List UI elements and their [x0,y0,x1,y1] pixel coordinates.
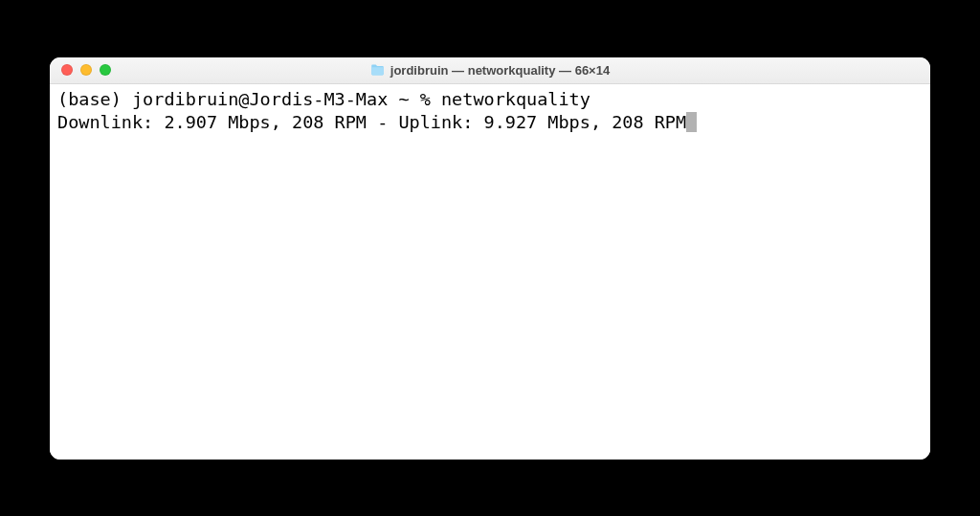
window-title: jordibruin — networkquality — 66×14 [390,63,610,78]
terminal-line: (base) jordibruin@Jordis-M3-Max ~ % netw… [57,88,923,111]
zoom-button[interactable] [100,64,111,76]
cursor [686,112,697,132]
traffic-lights [61,64,111,76]
titlebar[interactable]: jordibruin — networkquality — 66×14 [50,57,930,84]
minimize-button[interactable] [80,64,92,76]
terminal-line-text: Downlink: 2.907 Mbps, 208 RPM - Uplink: … [57,112,686,132]
terminal-line: Downlink: 2.907 Mbps, 208 RPM - Uplink: … [57,111,923,134]
window-title-wrap: jordibruin — networkquality — 66×14 [50,63,930,78]
terminal-window: jordibruin — networkquality — 66×14 (bas… [50,57,930,460]
close-button[interactable] [61,64,73,76]
terminal-body[interactable]: (base) jordibruin@Jordis-M3-Max ~ % netw… [50,84,930,460]
folder-icon [370,64,385,76]
